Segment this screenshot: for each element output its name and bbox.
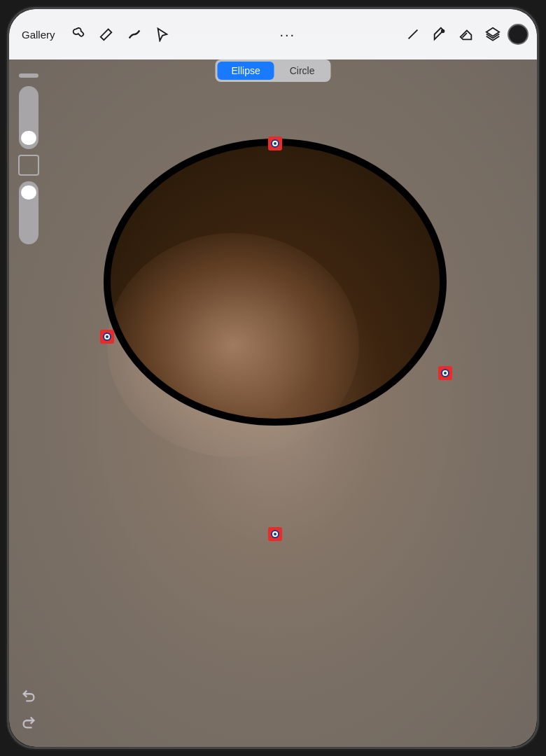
opacity-slider-thumb — [21, 131, 36, 145]
left-sidebar — [9, 59, 48, 747]
handle-inner-circle — [441, 369, 449, 377]
handle-top[interactable] — [268, 136, 282, 150]
color-picker-button[interactable] — [507, 24, 528, 45]
sidebar-drag-handle[interactable] — [19, 74, 38, 78]
handle-inner-circle — [271, 139, 279, 148]
handle-inner-circle — [103, 332, 111, 341]
tab-circle[interactable]: Circle — [276, 62, 329, 80]
pen-tool-button[interactable] — [401, 22, 425, 46]
more-options-button[interactable]: ··· — [276, 22, 300, 46]
dim-overlay — [9, 59, 537, 747]
device-frame: Gallery — [7, 7, 539, 749]
svg-rect-2 — [9, 59, 537, 747]
handle-center-dot — [444, 372, 447, 374]
filters-button[interactable] — [122, 22, 146, 46]
shape-modifier-button[interactable] — [18, 155, 39, 176]
handle-center-dot — [274, 142, 276, 145]
opacity-slider[interactable] — [19, 86, 38, 149]
tab-ellipse[interactable]: Ellipse — [217, 62, 274, 80]
handle-center-dot — [274, 533, 276, 536]
undo-button[interactable] — [18, 685, 39, 706]
handle-bottom[interactable] — [268, 527, 282, 541]
smudge-tool-button[interactable] — [428, 22, 451, 46]
adjustments-button[interactable] — [66, 22, 90, 46]
shape-tab-bar: Ellipse Circle — [215, 59, 330, 82]
gallery-button[interactable]: Gallery — [18, 26, 59, 43]
redo-button[interactable] — [18, 712, 39, 733]
eraser-tool-button[interactable] — [454, 22, 478, 46]
svg-line-7 — [409, 30, 418, 39]
handle-outer-ring — [268, 527, 282, 541]
handle-outer-ring — [268, 136, 282, 150]
adjustments-wand-button[interactable] — [94, 22, 118, 46]
handle-left[interactable] — [100, 330, 114, 344]
right-tools — [401, 22, 528, 46]
top-bar: Gallery — [9, 9, 537, 59]
handle-outer-ring — [100, 330, 114, 344]
size-slider-thumb — [21, 186, 36, 200]
screen: Gallery — [9, 9, 537, 747]
handle-inner-circle — [271, 530, 279, 538]
handle-right[interactable] — [438, 366, 452, 380]
handle-center-dot — [106, 335, 108, 338]
layers-button[interactable] — [481, 22, 505, 46]
size-slider[interactable] — [19, 181, 38, 244]
handle-outer-ring — [438, 366, 452, 380]
selection-button[interactable] — [150, 22, 174, 46]
